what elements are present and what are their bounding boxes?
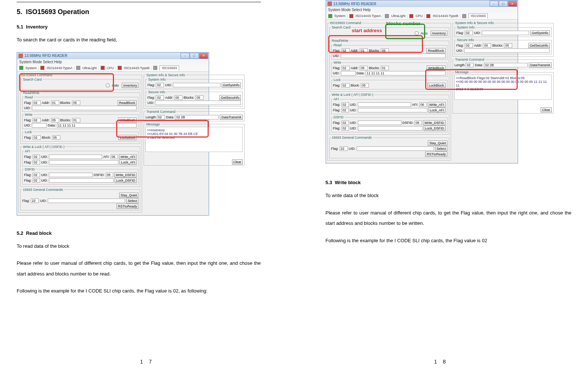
section-5-1-heading: 5.1 Inventory (17, 24, 261, 30)
read-addr[interactable] (51, 101, 59, 105)
window-title: 13.56MHz RFID READER (24, 54, 67, 58)
app-window-2: 13.56MHz RFID READER –▢✕ System Mode Sel… (326, 0, 518, 163)
p-5-1: To search the card or cards in the readi… (17, 35, 261, 45)
writeblock-button[interactable]: WriteBlock (118, 118, 137, 123)
section-5-heading: 5. ISO15693 Operation (17, 8, 261, 16)
status-dot (19, 66, 23, 70)
write-afi-button[interactable]: Write_AFI (119, 154, 137, 159)
getsysinfo-button[interactable]: GetSysInfo (222, 82, 241, 88)
inventory-button[interactable]: Inventory (122, 83, 138, 88)
minimize-button[interactable]: – (181, 53, 189, 59)
lockblock-button[interactable]: LockBlock (118, 135, 137, 140)
message-box: >>Inventory<<UID1:E0 04 01 00 7B 24 EB C… (145, 127, 243, 152)
stay-quiet-button[interactable]: Stay_Quiet (119, 193, 139, 198)
tab-bar: System |ISO14443-TypeA |UltraLight |CPU … (17, 65, 209, 72)
auto-checkbox[interactable] (106, 84, 110, 87)
getsecuinfo-button[interactable]: GetSecuInfo (219, 95, 241, 100)
read-uid[interactable] (32, 106, 137, 110)
datatransmit-button[interactable]: DataTransmit (220, 115, 243, 120)
lock-afi-button[interactable]: Lock_AFI (120, 160, 137, 165)
message-box-2: >>ReadBlock Flags:02 StartAddr:01 Blocks… (454, 75, 552, 100)
readblock-button[interactable]: ReadBlock (118, 100, 137, 105)
write-dsfid-button[interactable]: Write_DSFID (114, 172, 137, 177)
close-button[interactable]: ✕ (199, 53, 208, 59)
maximize-button[interactable]: ▢ (190, 53, 199, 59)
rst-to-ready-button[interactable]: RSTtoReady (117, 204, 139, 209)
select-button[interactable]: Select (126, 198, 138, 203)
clear-button[interactable]: Clear (232, 159, 243, 165)
app-window-1: 13.56MHz RFID READER –▢✕ System Mode Sel… (17, 52, 209, 216)
page-number-left: 1 7 (140, 359, 154, 365)
section-5-3-heading: 5.3 Write block (326, 180, 572, 185)
section-5-2-heading: 5.2 Read block (17, 230, 261, 236)
lock-dsfid-button[interactable]: Lock_DSFID (115, 178, 137, 183)
read-flag[interactable] (33, 101, 41, 105)
page-number-right: 1 8 (434, 359, 448, 365)
tab-iso15693[interactable]: ISO15693 (159, 65, 179, 71)
menu-bar[interactable]: System Mode Select Help (17, 59, 209, 65)
read-blocks[interactable] (72, 101, 80, 105)
